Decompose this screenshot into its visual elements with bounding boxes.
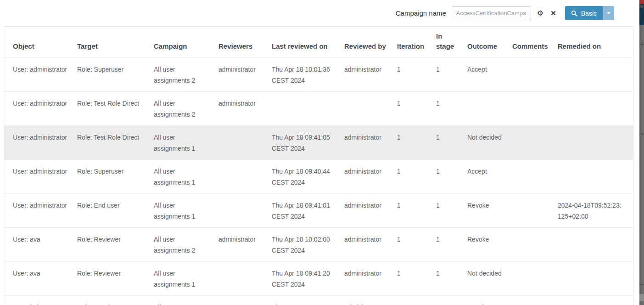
cell-object: User: administrator: [4, 92, 77, 126]
clear-search-icon[interactable]: ✕: [549, 9, 557, 17]
table-row[interactable]: User: administratorRole: SuperuserAll us…: [4, 58, 633, 92]
table-row[interactable]: User: bobRole: DeveloperAll user assignm…: [4, 296, 633, 305]
cell-comments: [512, 296, 558, 305]
sliver-text-fragment: m: [639, 4, 643, 9]
table-row[interactable]: User: administratorRole: End userAll use…: [4, 194, 633, 228]
cell-in_stage: 1: [436, 126, 467, 160]
cell-campaign: All user assignments 2: [154, 58, 218, 92]
cell-remedied_on: [558, 228, 633, 262]
column-header-reviewers[interactable]: Reviewers: [218, 27, 272, 58]
column-header-object[interactable]: Object: [4, 27, 77, 58]
table-header-row: ObjectTargetCampaignReviewersLast review…: [4, 27, 633, 58]
column-header-iteration[interactable]: Iteration: [397, 27, 436, 58]
cell-iteration: 1: [397, 160, 436, 194]
cell-comments: [512, 194, 558, 228]
cell-in_stage: 1: [436, 228, 467, 262]
cell-remedied_on: [558, 126, 633, 160]
cell-target: Role: Test Role Direct: [77, 126, 154, 160]
cell-in_stage: 1: [436, 262, 467, 296]
cell-object: User: bob: [4, 296, 77, 305]
column-header-comments[interactable]: Comments: [512, 27, 558, 58]
cell-remedied_on: [558, 58, 633, 92]
search-mode-dropdown-button[interactable]: [603, 6, 614, 20]
cell-comments: [512, 126, 558, 160]
campaign-name-label: Campaign name: [396, 9, 446, 17]
search-toolbar: Campaign name ⚙ ✕ Basic: [0, 0, 634, 26]
cell-comments: [512, 228, 558, 262]
column-header-target[interactable]: Target: [77, 27, 154, 58]
cell-remedied_on: [558, 262, 633, 296]
table-row[interactable]: User: administratorRole: Test Role Direc…: [4, 92, 633, 126]
cell-object: User: administrator: [4, 160, 77, 194]
cell-comments: [512, 58, 558, 92]
cell-last_reviewed_on: Thu Apr 18 09:41:05 CEST 2024: [272, 126, 344, 160]
cell-reviewed_by: administrator: [344, 58, 397, 92]
cell-reviewers: administrator: [218, 92, 272, 126]
cell-campaign: All user assignments 1: [154, 262, 218, 296]
column-header-reviewed_by[interactable]: Reviewed by: [344, 27, 397, 58]
column-header-remedied_on[interactable]: Remedied on: [558, 27, 633, 58]
cell-outcome: Revoke: [467, 296, 512, 305]
caret-down-icon: [607, 12, 610, 14]
cell-last_reviewed_on: Thu Apr 18 10:01:36 CEST 2024: [272, 58, 344, 92]
cell-campaign: All user assignments 1: [154, 126, 218, 160]
cell-outcome: [467, 92, 512, 126]
cell-target: Role: Superuser: [77, 58, 154, 92]
cell-reviewed_by: administrator: [344, 262, 397, 296]
cell-remedied_on: 2024-04-18T09:52:23.125+02:00: [558, 296, 633, 305]
cell-reviewers: [218, 194, 272, 228]
cell-in_stage: 1: [436, 160, 467, 194]
cell-remedied_on: 2024-04-18T09:52:23.125+02:00: [558, 194, 633, 228]
search-split-button: Basic: [565, 6, 614, 20]
cell-object: User: administrator: [4, 126, 77, 160]
cell-reviewers: [218, 262, 272, 296]
cell-reviewed_by: [344, 92, 397, 126]
table-row[interactable]: User: administratorRole: SuperuserAll us…: [4, 160, 633, 194]
cell-in_stage: 1: [436, 58, 467, 92]
column-header-in_stage[interactable]: In stage: [436, 27, 467, 58]
cell-comments: [512, 160, 558, 194]
table-row[interactable]: User: avaRole: ReviewerAll user assignme…: [4, 262, 633, 296]
cell-last_reviewed_on: [272, 92, 344, 126]
cell-last_reviewed_on: Thu Apr 18 09:41:01 CEST 2024: [272, 194, 344, 228]
cell-remedied_on: [558, 92, 633, 126]
cell-reviewers: administrator: [218, 228, 272, 262]
cell-campaign: All user assignments 2: [154, 228, 218, 262]
cell-target: Role: Developer: [77, 296, 154, 305]
column-header-campaign[interactable]: Campaign: [154, 27, 218, 58]
cell-iteration: 1: [397, 92, 436, 126]
table-row[interactable]: User: administratorRole: Test Role Direc…: [4, 126, 633, 160]
cell-reviewers: [218, 160, 272, 194]
cell-campaign: All user assignments 1: [154, 296, 218, 305]
cell-remedied_on: [558, 160, 633, 194]
sliver-light-block: [639, 294, 644, 301]
basic-search-label: Basic: [581, 10, 597, 17]
sliver-red-block: [639, 0, 644, 4]
cell-reviewed_by: administrator: [344, 126, 397, 160]
sliver-divider: [639, 44, 644, 45]
column-header-last_reviewed_on[interactable]: Last reviewed on: [272, 27, 344, 58]
right-gutter: [634, 0, 639, 305]
cell-last_reviewed_on: Thu Apr 18 09:41:14 CEST 2024: [272, 296, 344, 305]
cell-outcome: Not decided: [467, 126, 512, 160]
cell-object: User: administrator: [4, 194, 77, 228]
cell-reviewed_by: administrator: [344, 194, 397, 228]
table-row[interactable]: User: avaRole: ReviewerAll user assignme…: [4, 228, 633, 262]
cell-target: Role: Reviewer: [77, 262, 154, 296]
cell-target: Role: Superuser: [77, 160, 154, 194]
adjacent-window-sliver: m: [639, 0, 644, 305]
cell-target: Role: Test Role Direct: [77, 92, 154, 126]
cell-outcome: Revoke: [467, 228, 512, 262]
certification-items-table: ObjectTargetCampaignReviewersLast review…: [4, 27, 633, 305]
cell-iteration: 1: [397, 58, 436, 92]
cell-object: User: ava: [4, 228, 77, 262]
basic-search-button[interactable]: Basic: [565, 6, 603, 20]
sliver-divider: [639, 133, 644, 135]
cell-last_reviewed_on: Thu Apr 18 10:02:00 CEST 2024: [272, 228, 344, 262]
cell-reviewers: [218, 126, 272, 160]
search-settings-gear-icon[interactable]: ⚙: [536, 9, 544, 18]
cell-campaign: All user assignments 2: [154, 92, 218, 126]
sliver-navy-header: m: [639, 4, 644, 25]
column-header-outcome[interactable]: Outcome: [467, 27, 512, 58]
campaign-name-input[interactable]: [452, 6, 531, 20]
